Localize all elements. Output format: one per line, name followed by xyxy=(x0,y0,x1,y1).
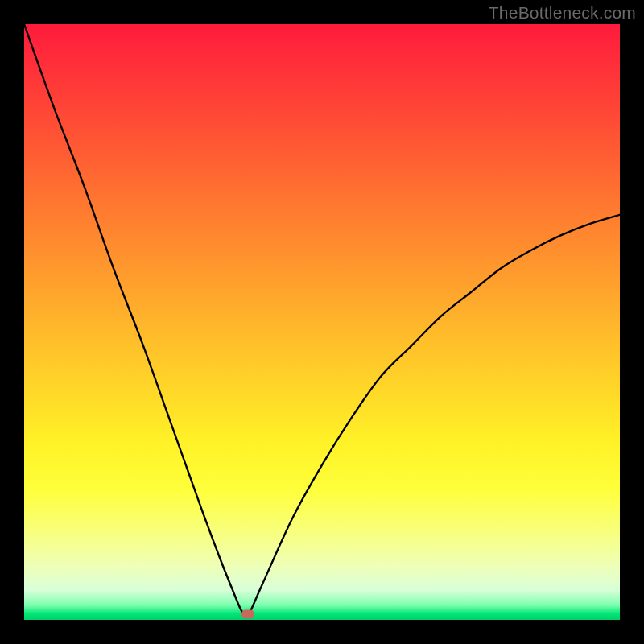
optimal-marker xyxy=(242,609,254,618)
curve-svg xyxy=(24,24,620,620)
plot-area xyxy=(24,24,620,620)
watermark-text: TheBottleneck.com xyxy=(489,3,636,23)
chart-stage: TheBottleneck.com xyxy=(0,0,644,644)
bottleneck-curve xyxy=(24,24,620,614)
